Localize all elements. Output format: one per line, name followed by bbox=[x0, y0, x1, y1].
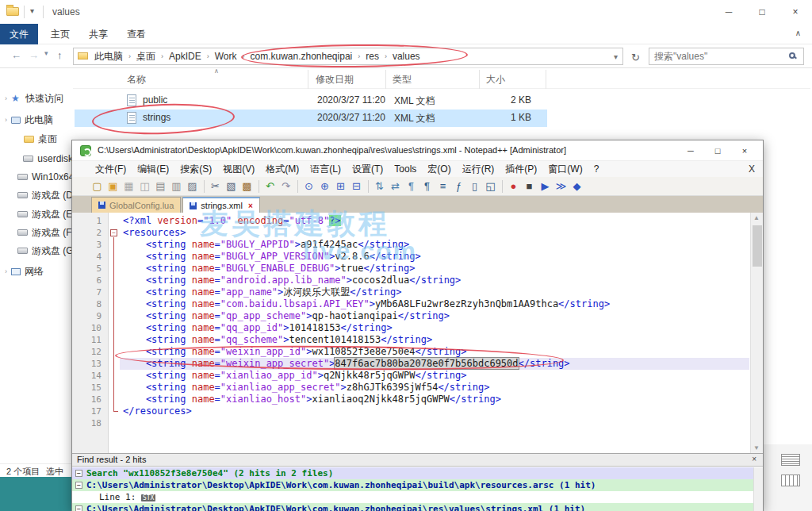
fold-collapse-icon[interactable]: − bbox=[75, 470, 82, 477]
breadcrumb-item[interactable]: 此电脑 bbox=[93, 50, 124, 63]
menu-item[interactable]: Tools bbox=[389, 161, 422, 177]
ribbon-collapse-icon[interactable]: ∧ bbox=[795, 29, 801, 37]
editor-vertical-scrollbar[interactable]: ▲ ▼ bbox=[750, 213, 763, 453]
find-result-file[interactable]: −C:\Users\Administrator\Desktop\ApkIDE\W… bbox=[72, 479, 763, 491]
macro-save-icon[interactable]: ◆ bbox=[569, 179, 584, 194]
code-line[interactable]: <string name="qq_scheme">tencent10141815… bbox=[120, 334, 749, 346]
code-line[interactable] bbox=[120, 417, 749, 429]
minimize-button[interactable]: ─ bbox=[677, 140, 704, 161]
sidebar-item-Win10x64[interactable]: Win10x64 bbox=[0, 168, 73, 186]
code-line[interactable]: <string name="com.baidu.lbsapi.API_KEY">… bbox=[120, 298, 749, 310]
maximize-button[interactable]: □ bbox=[745, 0, 779, 24]
maximize-button[interactable]: □ bbox=[704, 140, 731, 161]
doc-switcher-icon[interactable]: ◱ bbox=[483, 179, 498, 194]
code-line[interactable]: <string name="BUGLY_APPID">a91f4245ac</s… bbox=[120, 239, 749, 251]
close-button[interactable]: × bbox=[779, 0, 812, 24]
function-list-icon[interactable]: ƒ bbox=[451, 179, 466, 194]
scroll-down-icon[interactable]: ▼ bbox=[753, 444, 760, 451]
tab-GlobalConfig.lua[interactable]: GlobalConfig.lua bbox=[91, 197, 181, 213]
play-macro-icon[interactable]: ▶ bbox=[538, 179, 553, 194]
menu-item[interactable]: 文件(F) bbox=[90, 161, 132, 177]
zoom-in-icon[interactable]: ⊞ bbox=[333, 179, 348, 194]
tab-close-icon[interactable]: × bbox=[248, 202, 253, 210]
table-row[interactable]: strings2020/3/27 11:20XML 文档1 KB bbox=[75, 110, 547, 127]
sidebar-item-游戏盘 (E:[interactable]: 游戏盘 (E: bbox=[0, 206, 73, 223]
forward-icon[interactable]: → bbox=[29, 49, 39, 61]
column-header-modified[interactable]: 修改日期 bbox=[316, 73, 354, 86]
address-field[interactable]: 此电脑›桌面›ApkIDE›Work›com.kuwan.zhonheqipai… bbox=[73, 48, 623, 65]
sidebar-item-此电脑[interactable]: ›此电脑 bbox=[0, 111, 73, 129]
word-wrap-icon[interactable]: ¶ bbox=[404, 179, 419, 194]
refresh-icon[interactable]: ↻ bbox=[631, 52, 640, 63]
code-line[interactable]: <string name="BUGLY_ENABLE_DEBUG">true</… bbox=[120, 263, 749, 275]
code-line[interactable]: <string name="app_name">冰河娱乐大联盟</string> bbox=[120, 286, 749, 298]
doc-map-icon[interactable]: ▯ bbox=[467, 179, 482, 194]
table-row[interactable]: public2020/3/27 11:20XML 文档2 KB bbox=[75, 92, 547, 110]
quick-access-dropdown-icon[interactable]: ▾ bbox=[30, 6, 34, 15]
find-result-search[interactable]: −Search "wx110852f3e8e750e4" (2 hits in … bbox=[72, 467, 763, 479]
find-result-line[interactable]: Line 1: STX bbox=[72, 491, 763, 503]
scrollbar-thumb[interactable] bbox=[753, 225, 762, 267]
menu-item[interactable]: 宏(O) bbox=[422, 161, 456, 177]
redo-icon[interactable]: ↷ bbox=[278, 179, 293, 194]
open-folder-icon[interactable]: ▣ bbox=[105, 179, 121, 194]
close-document-button[interactable]: X bbox=[749, 161, 755, 177]
close-button[interactable]: × bbox=[731, 140, 758, 161]
code-line[interactable]: <string name="xianliao_app_secret">z8hGJ… bbox=[120, 382, 749, 394]
fold-collapse-icon[interactable]: − bbox=[75, 505, 82, 511]
menu-item[interactable]: 插件(P) bbox=[500, 161, 542, 177]
zoom-out-icon[interactable]: ⊟ bbox=[349, 179, 364, 194]
ribbon-tab[interactable]: 共享 bbox=[79, 24, 117, 44]
code-line[interactable]: <?xml version="1.0" encoding="utf-8"?> bbox=[120, 215, 749, 227]
search-input[interactable] bbox=[649, 48, 784, 64]
breadcrumb-item[interactable]: values bbox=[391, 51, 422, 62]
breadcrumb-item[interactable]: ApkIDE bbox=[167, 51, 203, 62]
code-line[interactable]: <string name="BUGLY_APP_VERSION">v2.8.6<… bbox=[120, 251, 749, 263]
code-line[interactable]: <string name="weixin_app_id">wx110852f3e… bbox=[120, 346, 749, 358]
view-list-icon[interactable] bbox=[781, 454, 800, 466]
save-all-icon[interactable]: ◫ bbox=[137, 179, 152, 194]
column-header-name[interactable]: 名称 bbox=[127, 73, 146, 86]
new-file-icon[interactable]: ▢ bbox=[90, 179, 105, 194]
sidebar-item-userdisk[interactable]: userdisk bbox=[0, 150, 73, 167]
code-line[interactable]: <string name="weixin_app_secret">847f6ac… bbox=[120, 358, 749, 370]
ribbon-tab[interactable]: 查看 bbox=[117, 24, 155, 44]
fold-collapse-icon[interactable]: − bbox=[75, 482, 82, 489]
up-icon[interactable]: ↑ bbox=[57, 49, 63, 61]
scroll-up-icon[interactable]: ▲ bbox=[753, 214, 760, 221]
menu-item[interactable]: 运行(R) bbox=[457, 161, 500, 177]
save-icon[interactable]: ▦ bbox=[121, 179, 136, 194]
breadcrumb-item[interactable]: 桌面 bbox=[135, 50, 157, 63]
menu-item[interactable]: 编辑(E) bbox=[132, 161, 174, 177]
column-header-size[interactable]: 大小 bbox=[486, 73, 505, 86]
sidebar-item-网络[interactable]: ›网络 bbox=[0, 263, 73, 280]
paste-icon[interactable]: ▩ bbox=[239, 179, 255, 194]
sync-scroll-v-icon[interactable]: ⇅ bbox=[372, 179, 387, 194]
code-line[interactable]: </resources> bbox=[120, 405, 749, 417]
column-header-type[interactable]: 类型 bbox=[393, 73, 412, 86]
editor[interactable]: 123456789101112131415161718 − <?xml vers… bbox=[72, 213, 763, 453]
breadcrumb-item[interactable]: Work bbox=[213, 51, 239, 62]
menu-item[interactable]: 视图(V) bbox=[217, 161, 260, 177]
code-line[interactable]: <string name="qp_app_scheme">qp-haotianq… bbox=[120, 310, 749, 322]
code-line[interactable]: <string name="android.app.lib_name">coco… bbox=[120, 275, 749, 286]
menu-item[interactable]: ? bbox=[588, 161, 605, 177]
sidebar-item-游戏盘 (G[interactable]: 游戏盘 (G bbox=[0, 242, 73, 259]
close-all-icon[interactable]: ▥ bbox=[169, 179, 184, 194]
code-line[interactable]: <resources> bbox=[120, 227, 749, 239]
sidebar-item-游戏盘 (F:[interactable]: 游戏盘 (F: bbox=[0, 224, 73, 241]
menu-item[interactable]: 格式(M) bbox=[260, 161, 304, 177]
find-result-header[interactable]: Find result - 2 hits × bbox=[72, 454, 763, 467]
find-result-file[interactable]: −C:\Users\Administrator\Desktop\ApkIDE\W… bbox=[72, 503, 763, 511]
sync-scroll-h-icon[interactable]: ⇄ bbox=[388, 179, 403, 194]
code-line[interactable]: <string name="xianliao_host">xianliaoq2N… bbox=[120, 394, 749, 405]
stop-macro-icon[interactable]: ■ bbox=[522, 179, 537, 194]
menu-item[interactable]: 设置(T) bbox=[347, 161, 389, 177]
indent-guide-icon[interactable]: ≡ bbox=[435, 179, 450, 194]
sidebar-item-桌面[interactable]: 桌面 bbox=[0, 130, 73, 148]
menu-item[interactable]: 窗口(W) bbox=[542, 161, 588, 177]
fold-collapse-icon[interactable]: − bbox=[110, 229, 117, 236]
search-icon[interactable] bbox=[789, 52, 795, 59]
breadcrumb-item[interactable]: com.kuwan.zhonheqipai bbox=[248, 51, 354, 62]
history-dropdown-icon[interactable]: ▾ bbox=[44, 49, 48, 57]
